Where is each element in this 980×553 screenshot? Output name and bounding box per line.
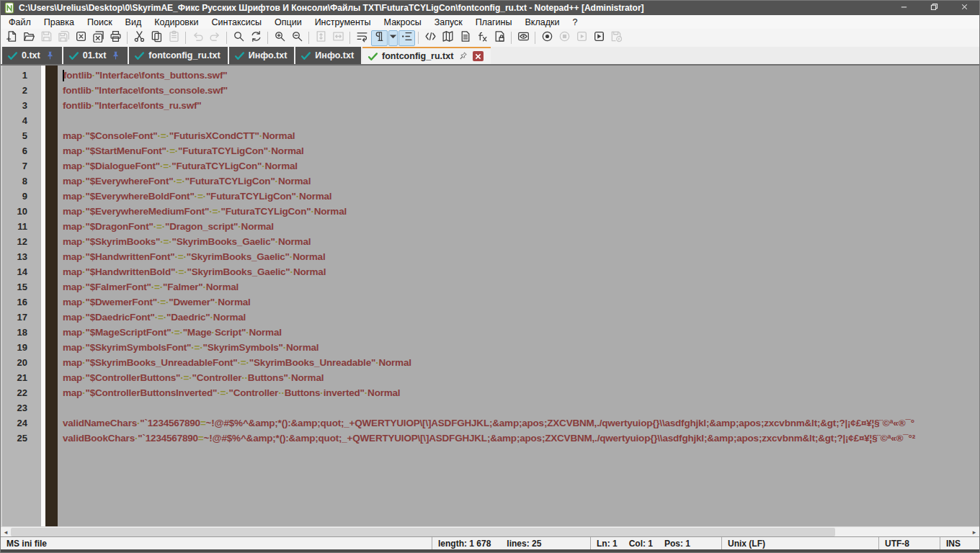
scroll-right-arrow-icon[interactable]: ▸ (969, 527, 979, 537)
code-line[interactable]: map·"$EverywhereFont"·=·"FuturaTCYLigCon… (63, 174, 979, 189)
status-eol-format[interactable]: Unix (LF) (721, 537, 878, 549)
code-line[interactable]: fontlib·"Interface\fonts_console.swf" (63, 83, 979, 98)
code-line[interactable]: map·"$DialogueFont"·=·"FuturaTCYLigCon"·… (63, 158, 979, 174)
document-list-button[interactable] (457, 30, 473, 46)
record-macro-button[interactable] (539, 30, 556, 46)
code-line[interactable]: map·"$ControllerButtonsInverted"·=·"Cont… (63, 385, 979, 400)
menu-item-7[interactable]: Инструменты (308, 17, 378, 28)
show-all-characters-button[interactable] (371, 30, 388, 46)
undo-icon (192, 30, 204, 45)
run-macro-multiple-button[interactable] (591, 30, 607, 46)
pin-icon[interactable] (45, 50, 55, 60)
status-encoding[interactable]: UTF-8 (878, 537, 940, 549)
tab-Инфо.txt[interactable]: Инфо.txt (229, 47, 295, 64)
menu-item-9[interactable]: Запуск (428, 17, 469, 28)
code-line[interactable]: validBookChars·"`1234567890=~!@#$%^&amp;… (63, 431, 979, 446)
code-line[interactable]: map·"$EverywhereMediumFont"·=·"FuturaTCY… (63, 204, 979, 219)
show-all-characters-dropdown-button[interactable] (388, 30, 398, 46)
pin-icon[interactable] (111, 50, 120, 60)
tab-Инфо.txt[interactable]: Инфо.txt (295, 47, 361, 64)
document-list-icon (459, 30, 471, 45)
undo-button (190, 30, 206, 46)
code-line[interactable]: map·"$ConsoleFont"·=·"FuturisXCondCTT"·N… (63, 128, 979, 143)
new-file-button[interactable] (4, 30, 20, 46)
find-button[interactable] (231, 30, 247, 46)
code-line[interactable] (63, 113, 979, 128)
scrollbar-track[interactable] (11, 527, 969, 536)
toolbar-separator (535, 32, 535, 44)
menu-item-3[interactable]: Вид (119, 17, 148, 28)
code-line[interactable]: fontlib·"Interface\fonts_buttons.swf" (63, 68, 979, 83)
close-document-button[interactable] (73, 30, 89, 46)
function-list-button[interactable] (422, 30, 439, 46)
function-fx-button[interactable] (474, 30, 491, 46)
horizontal-scrollbar[interactable]: ◂ ▸ (1, 526, 979, 536)
menu-item-1[interactable]: Правка (37, 17, 81, 28)
code-line[interactable]: map·"$MageScriptFont"·=·"Mage·Script"·No… (63, 325, 979, 340)
code-line[interactable]: map·"$FalmerFont"·=·"Falmer"·Normal (63, 279, 979, 295)
menu-item-11[interactable]: Вкладки (518, 17, 566, 28)
window-bottom-edge (1, 549, 979, 552)
saved-check-icon (234, 51, 245, 60)
line-number-gutter[interactable]: 1234567891011121314151617181920212223242… (1, 66, 41, 526)
pin-outline-icon[interactable] (458, 51, 468, 61)
sync-vertical-scroll-icon (315, 30, 327, 45)
toolbar-separator (308, 32, 309, 44)
tab-0.txt[interactable]: 0.txt (2, 47, 62, 64)
menu-item-0[interactable]: Файл (2, 17, 37, 28)
redo-icon (209, 30, 221, 45)
tab-fontconfig_ru.txt[interactable]: fontconfig_ru.txt (362, 47, 491, 64)
word-wrap-button[interactable] (354, 30, 370, 46)
copy-button[interactable] (148, 30, 165, 46)
tab-fontconfig_ru.txt[interactable]: fontconfig_ru.txt (129, 47, 227, 64)
restore-button[interactable] (919, 1, 949, 15)
code-line[interactable]: map·"$DwemerFont"·=·"Dwemer"·Normal (63, 295, 979, 310)
code-line[interactable]: validNameChars·"`1234567890=~!@#$%^&amp;… (63, 415, 979, 431)
scroll-left-arrow-icon[interactable]: ◂ (1, 527, 11, 537)
code-line[interactable]: map·"$ControllerButtons"·=·"Controller··… (63, 370, 979, 385)
close-all-documents-button[interactable] (90, 30, 107, 46)
menu-item-12[interactable]: ? (566, 17, 584, 28)
sync-horizontal-scroll-icon (332, 30, 344, 45)
code-line[interactable]: fontlib·"Interface\fonts_ru.swf" (63, 98, 979, 113)
document-map-button[interactable] (440, 30, 456, 46)
zoom-in-button[interactable] (272, 30, 288, 46)
print-button[interactable] (107, 30, 124, 46)
line-number: 3 (2, 98, 41, 113)
line-number: 5 (2, 128, 41, 143)
status-insert-mode[interactable]: INS (940, 537, 979, 549)
text-content[interactable]: fontlib·"Interface\fonts_buttons.swf"fon… (58, 66, 979, 526)
close-document-icon (75, 30, 87, 45)
menu-item-5[interactable]: Синтаксисы (205, 17, 268, 28)
paste-button (166, 30, 182, 46)
scrollbar-thumb[interactable] (11, 528, 835, 536)
menu-item-4[interactable]: Кодировки (148, 17, 205, 28)
minimize-button[interactable] (888, 1, 919, 15)
code-line[interactable]: map·"$SkyrimSymbolsFont"·=·"SkyrimSymbol… (63, 340, 979, 355)
toolbar-separator (185, 32, 186, 44)
tab-01.txt[interactable]: 01.txt (63, 47, 128, 64)
close-button[interactable] (949, 1, 979, 15)
open-file-button[interactable] (21, 30, 37, 46)
menu-item-6[interactable]: Опции (268, 17, 308, 28)
code-line[interactable]: map·"$HandwrittenBold"·=·"SkyrimBooks_Ga… (63, 264, 979, 279)
indent-guide-button[interactable] (398, 30, 415, 46)
cut-button[interactable] (131, 30, 148, 46)
code-line[interactable]: map·"$StartMenuFont"·=·"FuturaTCYLigCon"… (63, 143, 979, 158)
menu-item-2[interactable]: Поиск (81, 17, 119, 28)
code-line[interactable]: map·"$DragonFont"·=·"Dragon_script"·Norm… (63, 219, 979, 234)
tab-close-button[interactable] (473, 51, 484, 61)
code-line[interactable]: map·"$HandwrittenFont"·=·"SkyrimBooks_Ga… (63, 249, 979, 264)
code-line[interactable]: map·"$SkyrimBooks"·=·"SkyrimBooks_Gaelic… (63, 234, 979, 249)
monitoring-eye-button[interactable] (515, 30, 532, 46)
code-line[interactable]: map·"$SkyrimBooks_UnreadableFont"·=·"Sky… (63, 355, 979, 370)
menu-item-10[interactable]: Плагины (469, 17, 519, 28)
editor-area[interactable]: 1234567891011121314151617181920212223242… (1, 66, 979, 526)
menu-item-8[interactable]: Макросы (378, 17, 428, 28)
replace-button[interactable] (248, 30, 264, 46)
code-line[interactable]: map·"$EverywhereBoldFont"·=·"FuturaTCYLi… (63, 189, 979, 204)
code-line[interactable]: map·"$DaedricFont"·=·"Daedric"·Normal (63, 310, 979, 325)
zoom-out-button[interactable] (289, 30, 306, 46)
monitoring-lock-button[interactable] (491, 30, 508, 46)
code-line[interactable] (63, 400, 979, 415)
